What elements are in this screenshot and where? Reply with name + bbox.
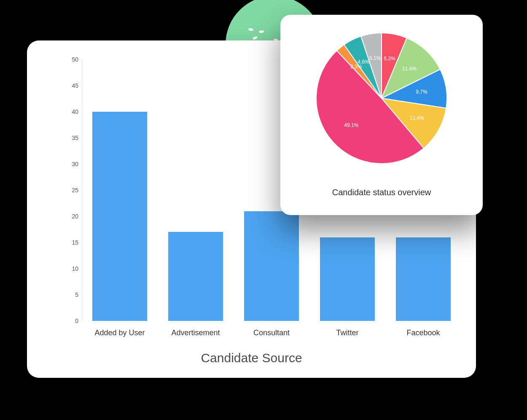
bar [244, 211, 299, 321]
y-tick: 5 [56, 291, 78, 298]
pie-chart-card: 6.3%11.4%9.7%11.4%49.1%2.3%4.6%5.1% Cand… [280, 15, 483, 215]
y-tick: 30 [56, 161, 78, 167]
y-tick: 35 [56, 135, 78, 141]
y-tick: 45 [56, 82, 78, 89]
y-tick: 40 [56, 108, 78, 115]
x-tick: Facebook [385, 321, 461, 337]
y-tick: 0 [56, 318, 78, 324]
y-tick: 10 [56, 265, 78, 272]
svg-point-7 [248, 28, 254, 31]
y-tick: 50 [56, 56, 78, 63]
svg-point-12 [259, 30, 264, 33]
y-tick: 25 [56, 187, 78, 194]
bar [92, 112, 147, 321]
pie-chart-title: Candidate status overview [280, 188, 483, 197]
svg-point-3 [252, 36, 258, 40]
x-tick: Twitter [309, 321, 385, 337]
bar-chart-title: Candidate Source [27, 351, 476, 365]
bar [320, 237, 375, 321]
bar [168, 232, 223, 321]
x-tick: Advertisement [158, 321, 234, 337]
pie-chart: 6.3%11.4%9.7%11.4%49.1%2.3%4.6%5.1% [314, 31, 449, 166]
x-tick: Consultant [234, 321, 309, 337]
bar [396, 237, 451, 321]
x-tick: Added by User [82, 321, 158, 337]
y-tick: 20 [56, 213, 78, 220]
y-tick: 15 [56, 239, 78, 246]
